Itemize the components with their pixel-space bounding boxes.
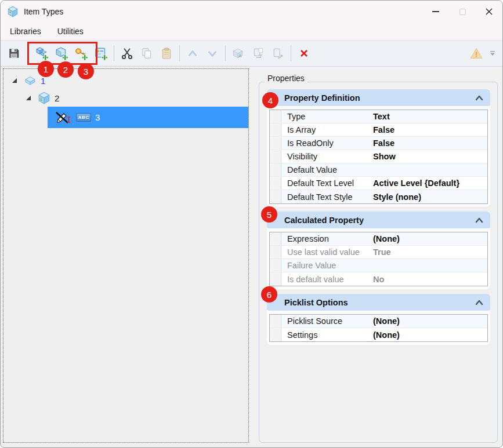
cut-icon	[121, 47, 133, 60]
window-controls	[422, 1, 502, 23]
annotation-callout-4: 4	[262, 92, 278, 108]
toolbar-separator	[225, 46, 226, 61]
menu-libraries[interactable]: Libraries	[10, 27, 41, 36]
section-picklist-options: Picklist Options Picklist Source (None)	[267, 294, 490, 345]
property-label: Default Text Level	[281, 177, 373, 190]
property-label: Type	[281, 110, 373, 123]
property-row-failure-value: Failure Value	[270, 259, 487, 272]
property-label: Is default value	[281, 272, 373, 286]
property-row-visibility: Visibility Show	[270, 150, 487, 163]
section-title: Property Definition	[284, 93, 360, 103]
svg-text:A: A	[238, 53, 242, 59]
property-label: Is ReadOnly	[281, 137, 373, 150]
property-label: Default Value	[281, 163, 373, 176]
section-title: Calculated Property	[284, 216, 364, 225]
title-bar: Item Types	[1, 1, 502, 23]
tree-item-label: 1	[41, 76, 45, 86]
close-button[interactable]	[476, 1, 502, 23]
property-label: Is Array	[281, 123, 373, 136]
warning-indicator	[466, 43, 486, 63]
section-title: Picklist Options	[284, 298, 348, 307]
text-type-abc-icon: ABC	[76, 113, 91, 122]
property-row-is-array: Is Array False	[270, 123, 487, 137]
tree-item-label: 2	[55, 93, 59, 103]
paste-icon	[160, 47, 173, 60]
toolbar-separator	[179, 46, 180, 61]
property-row-type: Type Text	[270, 110, 487, 123]
no-edit-pen-icon	[55, 111, 72, 125]
property-row-default-text-level: Default Text Level Active Level {Default…	[270, 177, 487, 190]
export-document-button	[248, 43, 268, 63]
property-row-picklist-source: Picklist Source (None)	[270, 315, 487, 328]
properties-panel: Properties Property Definition Type	[258, 74, 499, 443]
tree-item-label: 3	[95, 112, 100, 122]
property-grid: Type Text Is Array False Is ReadOnly Fal…	[269, 110, 488, 204]
item-type-icon	[37, 91, 51, 105]
property-grid: Expression (None) Use last valid value T…	[269, 232, 488, 286]
property-value[interactable]: (None)	[373, 328, 487, 341]
expander-icon[interactable]	[24, 94, 32, 102]
property-value[interactable]: False	[373, 123, 487, 136]
chevron-down-icon	[206, 47, 219, 60]
save-button[interactable]	[4, 43, 24, 63]
section-header-property-definition[interactable]: Property Definition	[267, 89, 490, 106]
expander-icon[interactable]	[10, 77, 19, 85]
property-value[interactable]: Show	[373, 150, 487, 163]
property-value[interactable]: Style (none)	[373, 190, 487, 203]
item-types-tree: 1 2 ABC	[3, 68, 249, 443]
collapse-chevron-icon[interactable]	[475, 217, 483, 224]
annotation-callout-6: 6	[261, 286, 277, 303]
property-label: Expression	[281, 232, 373, 245]
move-up-button	[183, 43, 202, 63]
section-header-calculated-property[interactable]: Calculated Property	[267, 212, 490, 228]
chevron-up-icon	[186, 47, 199, 60]
delete-x-icon	[298, 48, 310, 59]
property-label: Use last valid value	[281, 246, 373, 258]
collapse-chevron-icon[interactable]	[475, 94, 483, 101]
menu-utilities[interactable]: Utilities	[57, 27, 84, 36]
property-value[interactable]: (None)	[373, 232, 487, 245]
section-header-picklist-options[interactable]: Picklist Options	[267, 294, 490, 311]
collapse-chevron-icon[interactable]	[475, 299, 483, 306]
property-label: Default Text Style	[281, 190, 373, 203]
annotation-callout-1: 1	[38, 61, 54, 77]
minimize-icon	[432, 11, 439, 12]
maximize-button	[449, 1, 476, 23]
property-label: Settings	[281, 328, 373, 341]
tree-item-3-selected[interactable]: ABC 3	[48, 107, 248, 128]
property-value[interactable]: Text	[373, 110, 487, 123]
property-label: Visibility	[281, 150, 373, 163]
warning-icon	[469, 46, 483, 60]
item-type-text-button: A	[229, 43, 248, 63]
reload-document-icon	[272, 47, 284, 60]
properties-group-label: Properties	[265, 74, 307, 83]
property-row-default-text-style: Default Text Style Style (none)	[270, 190, 487, 203]
reload-document-button	[268, 43, 288, 63]
property-value[interactable]	[373, 163, 487, 176]
property-value	[373, 259, 487, 272]
property-row-is-default-value: Is default value No	[270, 272, 487, 286]
annotation-callout-3: 3	[78, 63, 94, 79]
paste-button	[157, 43, 176, 63]
move-down-button	[202, 43, 222, 63]
close-icon	[485, 8, 493, 16]
property-value: True	[373, 246, 487, 258]
minimize-button[interactable]	[422, 1, 449, 23]
property-row-expression: Expression (None)	[270, 232, 487, 246]
property-label: Picklist Source	[281, 315, 373, 327]
maximize-icon	[459, 9, 466, 15]
property-row-default-value: Default Value	[270, 163, 487, 177]
tree-item-2[interactable]: 2	[3, 89, 248, 107]
property-grid: Picklist Source (None) Settings (None)	[269, 314, 488, 342]
delete-button[interactable]	[294, 43, 314, 63]
overflow-arrow-icon	[489, 50, 496, 57]
menu-bar: Libraries Utilities	[1, 23, 502, 40]
copy-button	[137, 43, 157, 63]
cut-button[interactable]	[117, 43, 137, 63]
item-type-text-icon: A	[231, 46, 245, 60]
property-value[interactable]: False	[373, 137, 487, 150]
toolbar-overflow-button[interactable]	[486, 43, 499, 63]
property-value[interactable]: Active Level {Default}	[373, 177, 487, 190]
property-value[interactable]: (None)	[373, 315, 487, 327]
property-value: No	[373, 272, 487, 286]
